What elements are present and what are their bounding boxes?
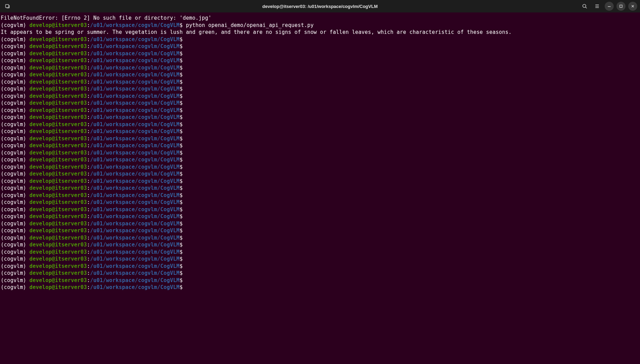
prompt-dollar: $	[180, 284, 183, 290]
prompt-dollar: $	[180, 107, 183, 113]
prompt-userhost: develop@itserver03	[29, 114, 87, 120]
empty-command	[183, 79, 186, 85]
terminal-line: (cogvlm) develop@itserver03:/u01/workspa…	[1, 142, 639, 149]
prompt-dollar: $	[180, 142, 183, 149]
prompt-dollar: $	[180, 128, 183, 134]
prompt-userhost: develop@itserver03	[29, 100, 87, 106]
titlebar-right	[580, 1, 637, 11]
prompt-path: /u01/workspace/cogvlm/CogVLM	[90, 107, 179, 113]
prompt-path: /u01/workspace/cogvlm/CogVLM	[90, 185, 179, 191]
prompt-path: /u01/workspace/cogvlm/CogVLM	[90, 142, 179, 149]
prompt-env: (cogvlm)	[1, 65, 29, 71]
prompt-env: (cogvlm)	[1, 164, 29, 170]
terminal-line: (cogvlm) develop@itserver03:/u01/workspa…	[1, 93, 639, 100]
prompt-path: /u01/workspace/cogvlm/CogVLM	[90, 93, 179, 99]
prompt-userhost: develop@itserver03	[29, 256, 87, 262]
empty-command	[183, 100, 186, 106]
prompt-path: /u01/workspace/cogvlm/CogVLM	[90, 277, 179, 283]
prompt-dollar: $	[180, 270, 183, 276]
terminal-line: (cogvlm) develop@itserver03:/u01/workspa…	[1, 178, 639, 185]
close-button[interactable]	[628, 2, 637, 11]
prompt-userhost: develop@itserver03	[29, 86, 87, 92]
empty-command	[183, 150, 186, 156]
prompt-path: /u01/workspace/cogvlm/CogVLM	[90, 72, 179, 78]
prompt-path: /u01/workspace/cogvlm/CogVLM	[90, 100, 179, 106]
prompt-path: /u01/workspace/cogvlm/CogVLM	[90, 242, 179, 248]
new-tab-button[interactable]	[3, 1, 12, 11]
prompt-dollar: $	[180, 199, 183, 205]
terminal-line: (cogvlm) develop@itserver03:/u01/workspa…	[1, 149, 639, 157]
empty-command	[183, 93, 186, 99]
titlebar-left	[3, 1, 12, 11]
prompt-dollar: $	[180, 277, 183, 283]
empty-command	[183, 192, 186, 198]
prompt-env: (cogvlm)	[1, 114, 29, 120]
maximize-button[interactable]	[616, 2, 625, 11]
prompt-env: (cogvlm)	[1, 249, 29, 255]
prompt-env: (cogvlm)	[1, 192, 29, 198]
empty-command	[183, 242, 186, 248]
prompt-env: (cogvlm)	[1, 256, 29, 262]
terminal-line: (cogvlm) develop@itserver03:/u01/workspa…	[1, 206, 639, 213]
empty-command	[183, 86, 186, 92]
prompt-path: /u01/workspace/cogvlm/CogVLM	[90, 249, 179, 255]
prompt-dollar: $	[180, 93, 183, 99]
prompt-userhost: develop@itserver03	[29, 178, 87, 184]
terminal-line: (cogvlm) develop@itserver03:/u01/workspa…	[1, 220, 639, 227]
prompt-dollar: $	[180, 86, 183, 92]
prompt-userhost: develop@itserver03	[29, 36, 87, 43]
prompt-path: /u01/workspace/cogvlm/CogVLM	[90, 206, 179, 213]
prompt-dollar: $	[180, 221, 183, 227]
terminal-line: (cogvlm) develop@itserver03:/u01/workspa…	[1, 22, 639, 29]
prompt-env: (cogvlm)	[1, 136, 29, 142]
prompt-env: (cogvlm)	[1, 227, 29, 234]
terminal-line: (cogvlm) develop@itserver03:/u01/workspa…	[1, 241, 639, 249]
prompt-userhost: develop@itserver03	[29, 277, 87, 283]
svg-point-1	[583, 4, 586, 8]
empty-command	[183, 164, 186, 170]
prompt-env: (cogvlm)	[1, 263, 29, 269]
prompt-dollar: $	[180, 185, 183, 191]
search-button[interactable]	[580, 1, 589, 11]
prompt-path: /u01/workspace/cogvlm/CogVLM	[90, 263, 179, 269]
terminal-area[interactable]: FileNotFoundError: [Errno 2] No such fil…	[0, 12, 640, 293]
prompt-env: (cogvlm)	[1, 50, 29, 57]
prompt-path: /u01/workspace/cogvlm/CogVLM	[90, 270, 179, 276]
prompt-path: /u01/workspace/cogvlm/CogVLM	[90, 50, 179, 57]
prompt-path: /u01/workspace/cogvlm/CogVLM	[90, 121, 179, 128]
terminal-line: (cogvlm) develop@itserver03:/u01/workspa…	[1, 227, 639, 234]
prompt-userhost: develop@itserver03	[29, 235, 87, 241]
prompt-userhost: develop@itserver03	[29, 93, 87, 99]
empty-command	[183, 142, 186, 149]
prompt-dollar: $	[180, 114, 183, 120]
prompt-path: /u01/workspace/cogvlm/CogVLM	[90, 199, 179, 205]
prompt-env: (cogvlm)	[1, 171, 29, 177]
prompt-dollar: $	[180, 249, 183, 255]
prompt-dollar: $	[180, 213, 183, 220]
prompt-dollar: $	[180, 235, 183, 241]
terminal-line: It appears to be spring or summer. The v…	[1, 29, 639, 36]
empty-command	[183, 171, 186, 177]
prompt-dollar: $	[180, 50, 183, 57]
prompt-path: /u01/workspace/cogvlm/CogVLM	[90, 221, 179, 227]
terminal-line: (cogvlm) develop@itserver03:/u01/workspa…	[1, 284, 639, 291]
terminal-line: (cogvlm) develop@itserver03:/u01/workspa…	[1, 85, 639, 93]
prompt-dollar: $	[180, 121, 183, 128]
prompt-dollar: $	[180, 136, 183, 142]
prompt-userhost: develop@itserver03	[29, 79, 87, 85]
terminal-line: (cogvlm) develop@itserver03:/u01/workspa…	[1, 100, 639, 107]
prompt-env: (cogvlm)	[1, 107, 29, 113]
prompt-path: /u01/workspace/cogvlm/CogVLM	[90, 235, 179, 241]
prompt-env: (cogvlm)	[1, 121, 29, 128]
minimize-button[interactable]	[605, 2, 614, 11]
prompt-path: /u01/workspace/cogvlm/CogVLM	[90, 171, 179, 177]
error-output: FileNotFoundError: [Errno 2] No such fil…	[1, 15, 211, 21]
menu-button[interactable]	[592, 1, 602, 11]
terminal-line: (cogvlm) develop@itserver03:/u01/workspa…	[1, 170, 639, 178]
prompt-env: (cogvlm)	[1, 72, 29, 78]
prompt-env: (cogvlm)	[1, 57, 29, 64]
prompt-path: /u01/workspace/cogvlm/CogVLM	[90, 213, 179, 220]
prompt-userhost: develop@itserver03	[29, 192, 87, 198]
prompt-env: (cogvlm)	[1, 185, 29, 191]
prompt-env: (cogvlm)	[1, 235, 29, 241]
